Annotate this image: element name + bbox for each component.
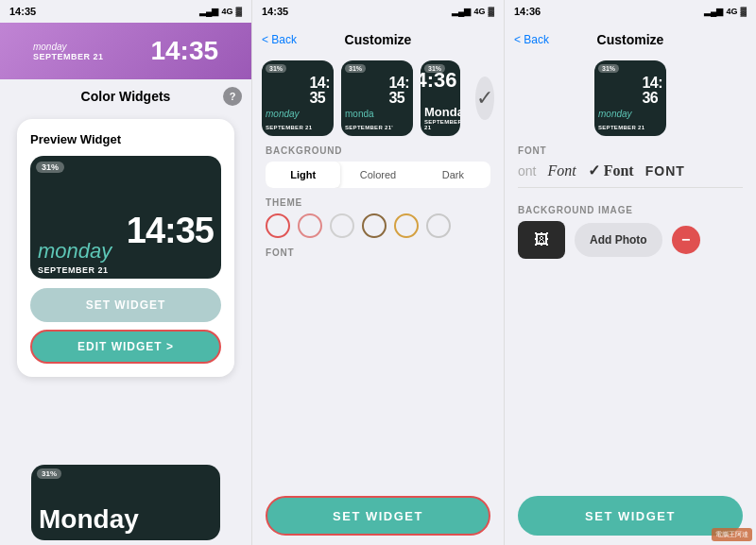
widget-option-3[interactable]: 31% 14:36 Monday SEPTEMBER 21 <box>421 60 460 136</box>
status-time-p2: 14:35 <box>262 6 288 17</box>
widget-date-opt3: SEPTEMBER 21 <box>424 119 460 130</box>
theme-color-1[interactable] <box>266 213 290 238</box>
bottom-widget-badge: 31% <box>37 468 61 479</box>
font-option-caps[interactable]: FONT <box>645 163 685 179</box>
top-widget-text: monday SEPTEMBER 21 <box>33 42 104 61</box>
edit-widget-button[interactable]: EDIT WIDGET > <box>30 330 221 364</box>
nav-title-p2: Customize <box>345 32 412 47</box>
nav-title-p3: Customize <box>597 32 664 47</box>
widget-date-opt1: SEPTEMBER 21 <box>266 125 312 130</box>
signal-icon: ▂▄▆ <box>199 7 218 16</box>
widget-display-p1: 31% 14:35 monday SEPTEMBER 21 <box>30 156 221 279</box>
status-icons-p3: ▂▄▆ 4G ▓ <box>704 7 747 16</box>
nav-bar-p1: Color Widgets ? <box>0 79 251 113</box>
panel-customize-2: 14:36 ▂▄▆ 4G ▓ < Back Customize 31% 14:3… <box>505 0 756 545</box>
top-widget-day: monday <box>33 42 104 52</box>
theme-color-2[interactable] <box>298 213 322 238</box>
status-bar-p3: 14:36 ▂▄▆ 4G ▓ <box>505 0 756 23</box>
widget-time-opt3: 14:36 <box>421 70 456 91</box>
status-icons-p1: ▂▄▆ 4G ▓ <box>199 7 242 16</box>
theme-color-6[interactable] <box>426 213 451 238</box>
divider-1 <box>518 187 743 188</box>
font-options-row: ont Font ✓ Font FONT <box>505 162 685 179</box>
theme-color-4[interactable] <box>362 213 387 238</box>
widget-display-row-p3: 31% 14:36 monday SEPTEMBER 21 <box>505 60 756 136</box>
bg-section-label: BACKGROUND <box>252 145 342 156</box>
theme-color-picker <box>252 213 451 238</box>
font-section-label-p2: FONT <box>252 247 294 258</box>
bottom-widget-day: Monday <box>39 504 139 535</box>
set-widget-button-p3[interactable]: SET WIDGET <box>518 496 743 536</box>
add-photo-button[interactable]: Add Photo <box>575 223 662 257</box>
widget-badge-opt2: 31% <box>345 64 366 73</box>
font-section-label-p3: FONT <box>505 145 546 156</box>
bg-image-preview: 🖼 <box>518 221 565 259</box>
preview-widget-card: Preview Widget 31% 14:35 monday SEPTEMBE… <box>17 119 234 377</box>
widget-date-p1: SEPTEMBER 21 <box>38 265 109 275</box>
bg-option-dark[interactable]: Dark <box>416 162 490 188</box>
set-widget-button-p1[interactable]: SET WIDGET <box>30 288 221 322</box>
help-button[interactable]: ? <box>223 87 242 106</box>
widget-badge-opt1: 31% <box>266 64 286 73</box>
bottom-widget-preview: 31% Monday <box>31 465 220 540</box>
top-widget-strip: monday SEPTEMBER 21 14:35 <box>0 23 251 79</box>
network-icon: 4G <box>221 7 232 16</box>
widget-option-2[interactable]: 31% 14:35 monda SEPTEMBER 21' <box>341 60 413 136</box>
theme-color-3[interactable] <box>330 213 354 238</box>
widget-time-opt1: 14:35 <box>309 76 330 106</box>
widget-preview-p3-1: 31% 14:36 monday SEPTEMBER 21 <box>594 60 666 136</box>
widget-date-opt2: SEPTEMBER 21' <box>345 125 393 130</box>
confirm-checkmark[interactable]: ✓ <box>475 77 494 120</box>
nav-bar-p3: < Back Customize <box>505 23 756 57</box>
status-bar-p2: 14:35 ▂▄▆ 4G ▓ <box>252 0 504 23</box>
battery-icon-p2: ▓ <box>488 7 494 16</box>
widget-day-p1: monday <box>38 239 112 264</box>
status-time-p1: 14:35 <box>9 6 36 17</box>
battery-icon-p3: ▓ <box>740 7 747 16</box>
nav-title-p1: Color Widgets <box>81 89 171 104</box>
bg-image-row: 🖼 Add Photo − <box>505 221 700 259</box>
battery-icon: ▓ <box>235 7 242 16</box>
preview-card-title: Preview Widget <box>30 132 221 146</box>
bg-option-light[interactable]: Light <box>266 162 340 188</box>
status-icons-p2: ▂▄▆ 4G ▓ <box>452 7 494 16</box>
font-option-italic[interactable]: Font <box>547 162 576 179</box>
signal-icon-p2: ▂▄▆ <box>452 7 471 16</box>
widget-day-opt3: Monday <box>424 105 460 119</box>
set-widget-button-p2[interactable]: SET WIDGET <box>266 496 490 536</box>
widget-selector-row: 31% 14:35 monday SEPTEMBER 21 31% 14:35 … <box>252 60 504 136</box>
image-icon: 🖼 <box>534 231 549 248</box>
top-widget-date: SEPTEMBER 21 <box>33 52 104 61</box>
signal-icon-p3: ▂▄▆ <box>704 7 723 16</box>
font-option-sans-small[interactable]: ont <box>518 163 536 179</box>
watermark: 電腦王阿達 <box>712 528 752 541</box>
status-bar-p1: 14:35 ▂▄▆ 4G ▓ <box>0 0 251 23</box>
back-button-p2[interactable]: < Back <box>262 33 297 46</box>
widget-time-opt2: 14:35 <box>388 76 409 106</box>
bg-option-colored[interactable]: Colored <box>340 162 415 188</box>
remove-bg-button[interactable]: − <box>672 226 700 254</box>
network-icon-p3: 4G <box>726 7 737 16</box>
widget-time-p1: 14:35 <box>127 213 214 248</box>
network-icon-p2: 4G <box>473 7 485 16</box>
widget-day-opt1: monday <box>266 109 300 119</box>
panel-customize-1: 14:35 ▂▄▆ 4G ▓ < Back Customize 31% 14:3… <box>252 0 505 545</box>
font-option-serif-selected[interactable]: ✓ Font <box>588 162 634 179</box>
panel1-bottom: 31% Monday <box>0 460 251 545</box>
panel-color-widgets: 14:35 ▂▄▆ 4G ▓ monday SEPTEMBER 21 14:35… <box>0 0 252 545</box>
bg-options-selector: Light Colored Dark <box>266 162 490 188</box>
nav-bar-p2: < Back Customize <box>252 23 504 57</box>
bg-image-section-label: BACKGROUND IMAGE <box>505 205 633 215</box>
widget-day-opt2: monda <box>345 109 374 119</box>
widget-badge-p1: 31% <box>36 162 64 173</box>
back-button-p3[interactable]: < Back <box>514 33 549 46</box>
widget-option-1[interactable]: 31% 14:35 monday SEPTEMBER 21 <box>262 60 334 136</box>
top-widget-time: 14:35 <box>150 36 218 66</box>
theme-section-label: THEME <box>252 197 302 208</box>
status-time-p3: 14:36 <box>514 6 541 17</box>
theme-color-5[interactable] <box>394 213 419 238</box>
